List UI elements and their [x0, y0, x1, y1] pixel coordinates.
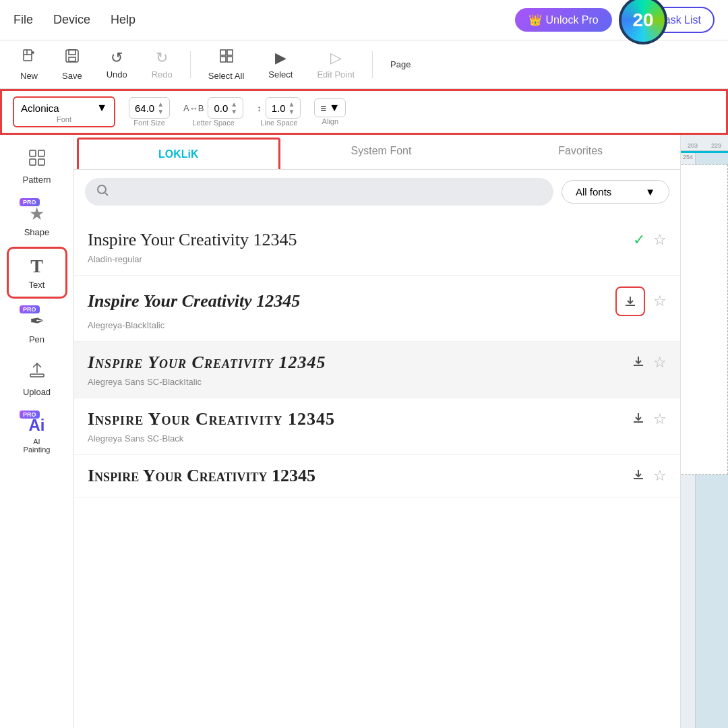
shape-icon: ★ [29, 204, 44, 224]
ruler-mark-229: 229 [711, 142, 721, 149]
ai-painting-icon: Ai [29, 416, 45, 435]
new-label: New [20, 71, 38, 81]
page-label: Page [390, 59, 411, 69]
download-button[interactable] [615, 286, 645, 316]
sidebar-item-ai-painting[interactable]: PRO Ai AIPainting [7, 406, 67, 460]
font-item-row: Inspire Your Creativity 12345 ☆ [88, 466, 667, 486]
sidebar-item-text[interactable]: T Text [7, 247, 67, 299]
star-icon[interactable]: ☆ [653, 467, 667, 485]
svg-rect-8 [220, 50, 226, 55]
font-size-group: 64.0 ▲▼ Font Size [129, 97, 170, 127]
font-item[interactable]: Inspire Your Creativity 12345 ☆ Alegreya… [74, 342, 680, 398]
new-button[interactable]: New [11, 44, 47, 85]
font-size-input[interactable]: 64.0 ▲▼ [129, 97, 170, 119]
select-all-button[interactable]: Select All [199, 44, 253, 85]
star-icon[interactable]: ☆ [653, 231, 667, 249]
font-preview-text: Inspire Your Creativity 12345 [88, 353, 632, 373]
star-icon[interactable]: ☆ [653, 354, 667, 371]
svg-rect-5 [66, 50, 78, 62]
font-name: Alegreya Sans SC-Black [88, 433, 667, 444]
search-input[interactable] [115, 186, 543, 198]
font-actions: ☆ [632, 354, 667, 371]
page-button[interactable]: Page [381, 55, 420, 73]
upload-label: Upload [23, 387, 51, 397]
align-input[interactable]: ≡ ▼ [314, 98, 346, 117]
font-size-label: Font Size [133, 119, 164, 127]
shape-pro-badge: PRO [20, 198, 40, 206]
badge-circle: 20 [619, 0, 667, 44]
download-icon[interactable] [632, 468, 645, 485]
edit-point-button[interactable]: ▷ Edit Point [307, 45, 364, 84]
toolbar-divider [190, 51, 191, 78]
redo-label: Redo [152, 69, 173, 80]
canvas-white-area [681, 164, 728, 475]
sidebar-item-pattern[interactable]: Pattern [7, 142, 67, 191]
align-dropdown-icon: ▼ [329, 102, 340, 114]
select-all-label: Select All [208, 71, 244, 81]
nav-file[interactable]: File [13, 13, 33, 27]
save-button[interactable]: Save [53, 44, 92, 85]
nav-help[interactable]: Help [111, 13, 135, 27]
font-item[interactable]: Inspire Your Creativity 12345 ✓ ☆ Aladin… [74, 219, 680, 276]
crown-icon: 👑 [528, 13, 542, 26]
redo-button[interactable]: ↻ Redo [142, 45, 182, 84]
redo-icon: ↻ [156, 49, 168, 67]
filter-chevron-icon: ▼ [645, 186, 655, 198]
canvas-area[interactable]: 203 229 254 254 [681, 135, 728, 728]
sidebar-item-upload[interactable]: Upload [7, 354, 67, 404]
search-icon [96, 183, 109, 200]
svg-rect-10 [220, 57, 226, 62]
svg-rect-6 [69, 50, 75, 55]
svg-rect-11 [227, 57, 233, 62]
line-space-spinners[interactable]: ▲▼ [289, 100, 295, 115]
letter-space-value: 0.0 [214, 102, 228, 114]
filter-label: All fonts [576, 186, 611, 198]
shape-label: Shape [24, 227, 50, 237]
letter-space-icon: A↔B [183, 103, 204, 113]
svg-rect-9 [227, 50, 233, 55]
select-label: Select [268, 69, 293, 80]
sidebar-item-shape[interactable]: PRO ★ Shape [7, 194, 67, 244]
pen-pro-badge: PRO [20, 305, 40, 313]
align-group: ≡ ▼ Align [314, 98, 346, 125]
nav-device[interactable]: Device [53, 13, 90, 27]
svg-rect-13 [38, 150, 44, 156]
download-icon[interactable] [632, 411, 645, 428]
new-icon [21, 48, 37, 68]
letter-space-spinners[interactable]: ▲▼ [231, 100, 237, 115]
tab-system-font[interactable]: System Font [282, 135, 481, 169]
sidebar-item-pen[interactable]: PRO ✒ Pen [7, 301, 67, 351]
unlock-pro-button[interactable]: 👑 Unlock Pro [515, 8, 612, 32]
svg-point-17 [98, 185, 106, 193]
font-item[interactable]: Inspire Your Creativity 12345 ☆ Alegreya… [74, 276, 680, 342]
font-select[interactable]: Aclonica ▼ [17, 100, 111, 115]
letter-space-input[interactable]: 0.0 ▲▼ [208, 97, 243, 119]
download-icon[interactable] [632, 355, 645, 371]
star-icon[interactable]: ☆ [653, 411, 667, 428]
filter-button[interactable]: All fonts ▼ [562, 180, 669, 204]
canvas-top-marker [681, 151, 728, 153]
font-name: Aladin-regular [88, 254, 667, 264]
tab-loklik[interactable]: LOKLiK [77, 138, 280, 169]
select-button[interactable]: ▶ Select [259, 45, 302, 84]
star-icon[interactable]: ☆ [653, 293, 667, 310]
select-icon: ▶ [275, 49, 286, 67]
font-label: Font [57, 115, 71, 123]
check-icon: ✓ [633, 231, 645, 249]
font-actions: ☆ [615, 286, 667, 316]
line-space-input[interactable]: 1.0 ▲▼ [266, 97, 301, 119]
tab-favorites[interactable]: Favorites [481, 135, 680, 169]
search-container [85, 178, 553, 206]
font-item[interactable]: Inspire Your Creativity 12345 ☆ Alegreya… [74, 398, 680, 455]
undo-button[interactable]: ↺ Undo [97, 45, 137, 84]
canvas-workspace[interactable] [696, 151, 728, 728]
ai-pro-badge: PRO [20, 411, 40, 419]
toolbar: New Save ↺ Undo ↻ Redo Select All ▶ Sele… [0, 40, 728, 89]
font-item[interactable]: Inspire Your Creativity 12345 ☆ [74, 455, 680, 497]
font-toolbar: Aclonica ▼ Font 64.0 ▲▼ Font Size A↔B 0.… [0, 89, 728, 135]
font-name-value: Aclonica [21, 102, 59, 114]
font-size-spinners[interactable]: ▲▼ [157, 100, 164, 115]
undo-icon: ↺ [111, 49, 123, 67]
font-preview-text: Inspire Your Creativity 12345 [88, 466, 632, 486]
text-label: Text [29, 280, 45, 290]
